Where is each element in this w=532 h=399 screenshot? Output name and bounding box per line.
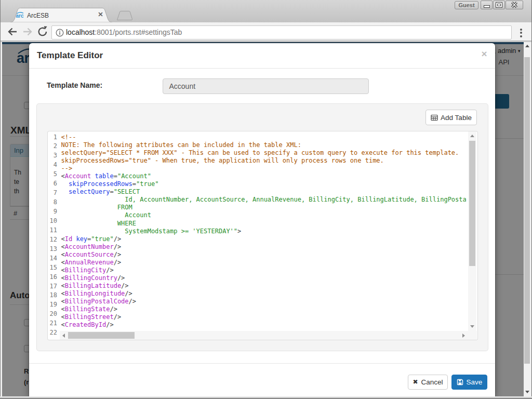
code-line: skipProcessedRows="true" - When true, th… — [61, 157, 467, 165]
code-line: FROM — [61, 204, 467, 211]
line-number: 1 — [48, 133, 57, 142]
url-text[interactable]: localhost:8001/ports.rst#settingsTab — [66, 26, 182, 39]
add-table-button[interactable]: Add Table — [425, 110, 477, 125]
line-number: 20 — [48, 310, 57, 319]
line-number: 17 — [48, 282, 57, 291]
code-line: --> — [61, 165, 467, 172]
editor-vertical-scrollbar[interactable] — [468, 131, 477, 331]
cancel-x-icon: ✖ — [413, 378, 418, 385]
profile-button[interactable]: Guest — [455, 1, 478, 9]
arcesb-favicon-icon: arc — [16, 11, 24, 19]
line-number: 3 — [48, 151, 57, 161]
template-name-label: Template Name: — [47, 81, 102, 89]
scroll-left-icon[interactable] — [60, 331, 68, 340]
reload-icon[interactable] — [36, 25, 49, 38]
line-number: 4 — [48, 161, 57, 170]
code-line: <BillingLatitude/> — [61, 282, 467, 290]
table-icon — [431, 114, 438, 121]
close-window-button[interactable] — [506, 1, 523, 9]
line-number: 2 — [48, 142, 57, 151]
code-line: <AccountNumber/> — [61, 243, 467, 251]
line-number: 12 — [48, 235, 57, 245]
tab-title: ArcESB — [27, 12, 49, 19]
scroll-down-icon[interactable] — [524, 388, 531, 396]
line-number: 8 — [48, 198, 57, 207]
code-line: <!-- — [61, 134, 467, 141]
code-line: <Id key="true"/> — [61, 235, 467, 243]
line-number: 16 — [48, 273, 57, 282]
line-number: 21 — [48, 319, 57, 328]
save-button[interactable]: Save — [451, 375, 487, 390]
code-line: selectQuery="SELECT * FROM XXX" - This c… — [61, 149, 467, 157]
line-number: 11 — [48, 226, 57, 235]
browser-scrollbar[interactable] — [524, 42, 531, 396]
browser-toolbar: localhost:8001/ports.rst#settingsTab — [0, 22, 532, 41]
modal-footer-divider — [29, 363, 495, 364]
modal-close-icon[interactable]: × — [481, 48, 487, 60]
code-line: <CreatedById/> — [61, 321, 467, 329]
line-number: 6 — [48, 179, 57, 189]
floppy-save-icon — [457, 379, 463, 385]
window-border — [0, 396, 532, 399]
minimize-button[interactable] — [481, 1, 493, 9]
cancel-label: Cancel — [421, 378, 443, 386]
scrollbar-corner — [468, 331, 477, 340]
url-path: :8001/ports.rst#settingsTab — [95, 28, 182, 36]
code-line: SystemModstamp >= 'YESTERDAY'"> — [61, 228, 467, 235]
xml-code-editor[interactable]: 12345678910111213141516171819202122 <!--… — [48, 131, 477, 340]
code-line: <BillingCountry/> — [61, 274, 467, 282]
code-line: Id, AccountNumber, AccountSource, Annual… — [61, 196, 467, 204]
line-number: 7 — [48, 189, 57, 198]
template-name-input[interactable]: Account — [163, 78, 369, 94]
line-number-gutter: 12345678910111213141516171819202122 — [48, 133, 57, 338]
line-number: 22 — [48, 328, 57, 338]
code-line: <BillingStreet/> — [61, 313, 467, 321]
modal-header-divider — [29, 68, 495, 69]
editor-vscroll-thumb[interactable] — [469, 141, 476, 266]
line-number: 14 — [48, 254, 57, 263]
code-line: <BillingCity/> — [61, 267, 467, 274]
window-border — [1, 42, 2, 396]
tab-close-icon[interactable]: ✕ — [97, 11, 104, 19]
editor-horizontal-scrollbar[interactable] — [60, 331, 468, 340]
scroll-up-icon[interactable] — [524, 42, 531, 50]
line-number: 19 — [48, 300, 57, 310]
code-content[interactable]: <!--NOTE: The following attributes can b… — [61, 134, 467, 329]
code-line: <Account table="Account" — [61, 172, 467, 180]
line-number: 10 — [48, 217, 57, 226]
maximize-button[interactable] — [493, 1, 505, 9]
url-host: localhost — [66, 28, 95, 36]
line-number: 15 — [48, 263, 57, 273]
add-table-label: Add Table — [441, 114, 472, 122]
scroll-right-icon[interactable] — [460, 331, 468, 340]
line-number: 5 — [48, 170, 57, 179]
browser-menu-icon[interactable] — [518, 27, 524, 37]
forward-icon[interactable] — [21, 25, 34, 38]
modal-title: Template Editor — [37, 50, 103, 61]
line-number: 18 — [48, 291, 57, 300]
scroll-down-icon[interactable] — [468, 322, 477, 330]
window-titlebar: arc ArcESB ✕ Guest — [0, 0, 532, 22]
save-label: Save — [467, 378, 483, 386]
address-bar[interactable]: localhost:8001/ports.rst#settingsTab — [51, 25, 512, 39]
editor-hscroll-thumb[interactable] — [68, 332, 135, 339]
line-number: 13 — [48, 245, 57, 254]
editor-panel: Add Table 123456789101112131415161718192… — [37, 104, 488, 351]
code-line: Account — [61, 211, 467, 219]
code-line: NOTE: The following attributes can be in… — [61, 141, 467, 149]
scroll-up-icon[interactable] — [468, 131, 477, 140]
code-line: <AnnualRevenue/> — [61, 259, 467, 267]
code-line: <AccountSource/> — [61, 251, 467, 259]
code-line: <BillingState/> — [61, 305, 467, 313]
code-line: <BillingPostalCode/> — [61, 298, 467, 305]
close-x-icon — [511, 2, 518, 8]
code-line: selectQuery="SELECT — [61, 188, 467, 196]
cancel-button[interactable]: ✖ Cancel — [408, 375, 448, 390]
browser-window: arc ArcESB ✕ Guest localhost:8001/po — [0, 0, 532, 399]
template-editor-modal: Template Editor × Template Name: Account… — [29, 43, 495, 396]
line-number: 9 — [48, 207, 57, 217]
back-icon[interactable] — [6, 25, 19, 38]
page-info-icon[interactable] — [56, 29, 64, 37]
page-viewport: arc admin ▾ API XML Maps Inp Th te th # — [2, 42, 524, 396]
browser-scroll-thumb[interactable] — [524, 57, 530, 364]
